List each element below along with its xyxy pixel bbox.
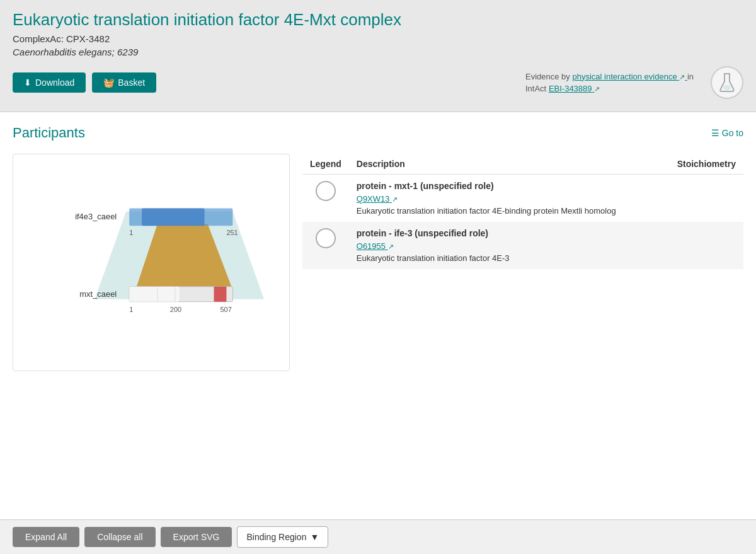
flask-icon-container [711,66,743,99]
hamburger-icon: ☰ [711,128,719,138]
svg-point-1 [723,85,731,90]
table-row: protein - ife-3 (unspecified role) O6195… [302,222,743,269]
basket-icon: 🧺 [103,78,114,88]
circle-legend-1 [316,181,336,201]
col-legend: Legend [302,154,349,175]
external-link-icon-p1: ↗ [392,195,398,204]
table-row: protein - mxt-1 (unspecified role) Q9XW1… [302,175,743,222]
page-title: Eukaryotic translation initiation factor… [13,10,743,30]
protein-name-1: protein - mxt-1 (unspecified role) [357,181,652,191]
header-section: Eukaryotic translation initiation factor… [0,0,756,112]
circle-legend-2 [316,228,336,248]
protein-desc-1: Eukaryotic translation initiation factor… [357,206,652,216]
protein-link-1[interactable]: Q9XW13 ↗ [357,194,398,204]
interaction-diagram: if4e3_caeel 1 251 mxt_caeel 1 200 507 [20,161,283,362]
participants-title: Participants [13,125,85,141]
description-cell-2: protein - ife-3 (unspecified role) O6195… [349,222,660,269]
evidence-section: Evidence by physical interaction evidenc… [525,66,743,99]
physical-interaction-link[interactable]: physical interaction evidence ↗ [572,72,687,81]
description-cell-1: protein - mxt-1 (unspecified role) Q9XW1… [349,175,660,222]
protein-desc-2: Eukaryotic translation initiation factor… [357,253,652,263]
legend-cell-2 [302,222,349,269]
protein-name-2: protein - ife-3 (unspecified role) [357,228,652,238]
organism: Caenorhabditis elegans; 6239 [13,47,743,57]
svg-text:251: 251 [226,229,238,236]
stoich-cell-1 [660,175,743,222]
diagram-area: if4e3_caeel 1 251 mxt_caeel 1 200 507 [13,154,290,371]
svg-text:200: 200 [170,306,181,313]
complex-ac: ComplexAc: CPX-3482 [13,33,743,44]
external-link-icon-p2: ↗ [388,243,394,251]
svg-rect-7 [129,287,180,302]
stoich-cell-2 [660,222,743,269]
flask-icon [718,72,736,93]
header-buttons: ⬇ Download 🧺 Basket Evidence by physical… [13,66,743,99]
svg-rect-0 [724,73,730,74]
svg-rect-3 [142,208,205,226]
svg-text:1: 1 [129,306,133,313]
external-link-icon: ↗ [679,72,685,83]
basket-button[interactable]: 🧺 Basket [92,72,156,93]
svg-text:507: 507 [220,306,231,313]
main-content: Participants ☰ Go to if4e3_caeel 1 25 [0,112,756,384]
protein-link-2[interactable]: O61955 ↗ [357,241,394,251]
goto-link[interactable]: ☰ Go to [711,128,743,138]
table-area: Legend Description Stoichiometry protein… [302,154,743,371]
download-icon: ⬇ [24,78,32,88]
intact-link[interactable]: EBI-343889 ↗ [549,84,600,93]
participants-table: Legend Description Stoichiometry protein… [302,154,743,269]
content-area: if4e3_caeel 1 251 mxt_caeel 1 200 507 [13,154,743,371]
participants-header: Participants ☰ Go to [13,125,743,141]
svg-text:1: 1 [129,229,133,236]
col-stoichiometry: Stoichiometry [660,154,743,175]
evidence-text: Evidence by physical interaction evidenc… [525,71,702,95]
top-label: if4e3_caeel [75,212,117,221]
svg-rect-10 [214,287,227,302]
legend-cell-1 [302,175,349,222]
col-description: Description [349,154,660,175]
external-link-icon-2: ↗ [594,84,600,95]
download-button[interactable]: ⬇ Download [13,72,86,93]
bottom-label: mxt_caeel [79,289,117,299]
